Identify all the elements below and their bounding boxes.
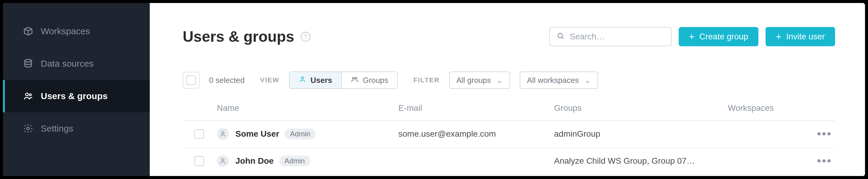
filter-groups-dropdown[interactable]: All groups ⌄ [449,72,510,89]
user-name[interactable]: John Doe [236,156,274,166]
sidebar-item-data-sources[interactable]: Data sources [3,48,150,80]
svg-point-3 [27,127,30,130]
sidebar-item-label: Data sources [41,58,94,69]
user-icon [299,75,306,85]
more-button[interactable]: ••• [817,155,835,167]
role-badge: Admin [284,129,316,139]
user-name[interactable]: Some User [236,129,279,139]
role-badge: Admin [279,156,310,167]
col-header-name[interactable]: Name [216,103,398,113]
svg-point-0 [25,59,32,62]
page-title: Users & groups [183,28,294,45]
selected-count: 0 selected [209,76,245,85]
svg-point-1 [26,93,28,96]
view-label: VIEW [260,76,279,84]
user-groups: adminGroup [554,129,728,139]
avatar [217,128,229,140]
sidebar-item-workspaces[interactable]: Workspaces [3,15,150,48]
plus-icon: + [776,32,781,42]
svg-point-9 [222,131,224,134]
row-checkbox[interactable] [194,129,204,139]
col-header-groups[interactable]: Groups [554,103,728,113]
create-group-button[interactable]: + Create group [679,27,758,46]
header-actions: + Create group + Invite user [549,27,835,46]
svg-line-5 [562,37,564,39]
filter-label: FILTER [413,76,439,84]
main-content: Users & groups ? + Create group + Invite… [150,3,865,176]
tab-label: Users [311,76,332,85]
plus-icon: + [689,32,694,42]
help-icon[interactable]: ? [301,32,310,42]
invite-user-button[interactable]: + Invite user [766,27,835,46]
svg-point-8 [355,77,357,79]
user-email: some.user@example.com [398,129,554,139]
dropdown-label: All groups [457,76,491,85]
svg-point-7 [352,77,354,79]
button-label: Create group [700,32,748,42]
row-checkbox[interactable] [194,156,204,166]
sidebar-item-settings[interactable]: Settings [3,112,150,145]
tab-groups[interactable]: Groups [342,72,397,88]
table-header: Name E-mail Groups Workspaces [183,103,835,121]
gear-icon [23,123,34,134]
svg-point-6 [301,77,304,79]
database-icon [23,58,34,69]
search-icon [557,32,565,42]
svg-point-4 [558,33,562,38]
user-groups: Analyze Child WS Group, Group 07… [554,156,728,166]
select-all-frame [183,72,199,88]
title-wrap: Users & groups ? [183,28,310,45]
app-frame: Workspaces Data sources Users & groups S… [3,3,865,176]
box-icon [23,26,34,36]
table-row: John Doe Admin Analyze Child WS Group, G… [183,148,835,175]
search-box[interactable] [549,27,672,46]
sidebar-item-users-groups[interactable]: Users & groups [3,80,150,112]
sidebar: Workspaces Data sources Users & groups S… [3,3,150,176]
search-input[interactable] [570,32,677,42]
avatar [217,155,229,167]
chevron-down-icon: ⌄ [496,76,503,85]
button-label: Invite user [786,32,825,42]
filter-workspaces-dropdown[interactable]: All workspaces ⌄ [520,72,598,89]
sidebar-item-label: Workspaces [41,26,90,36]
sidebar-item-label: Users & groups [41,91,107,101]
more-button[interactable]: ••• [817,128,835,140]
view-segmented: Users Groups [289,72,398,89]
page-header: Users & groups ? + Create group + Invite… [183,27,835,46]
svg-point-2 [29,94,31,96]
select-all-checkbox[interactable] [186,75,196,85]
svg-point-10 [222,159,224,161]
col-header-email[interactable]: E-mail [398,103,554,113]
dropdown-label: All workspaces [527,76,579,85]
table-row: Some User Admin some.user@example.com ad… [183,121,835,148]
col-header-workspaces[interactable]: Workspaces [728,103,805,113]
users-icon [23,91,34,102]
chevron-down-icon: ⌄ [584,76,591,85]
tab-users[interactable]: Users [290,72,342,88]
sidebar-item-label: Settings [41,123,73,134]
group-icon [351,75,359,85]
toolbar: 0 selected VIEW Users Groups FILTER [183,72,835,89]
tab-label: Groups [363,76,388,85]
